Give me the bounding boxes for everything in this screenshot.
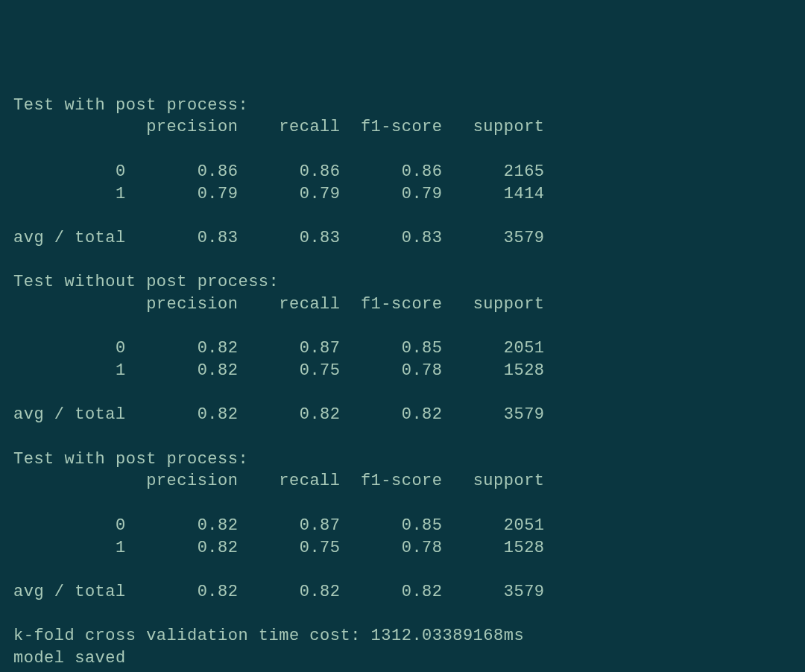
report-0-header-precision: precision (146, 118, 238, 136)
report-0-summary-support: 3579 (504, 229, 545, 247)
report-0-row-1-label: 1 (116, 185, 126, 203)
report-2-row-0-f1score: 0.85 (402, 516, 443, 535)
report-1-row-0-recall: 0.87 (300, 339, 341, 358)
report-2-summary-support: 3579 (504, 583, 545, 601)
report-1-row-1-precision: 0.82 (198, 361, 239, 380)
report-1-header-f1score: f1-score (361, 295, 443, 314)
report-1-summary-support: 3579 (504, 405, 545, 424)
report-1-summary-recall: 0.82 (300, 405, 341, 424)
report-2-row-1-f1score: 0.78 (402, 539, 443, 557)
report-2-title: Test with post process: (13, 450, 248, 469)
report-1-row-0-label: 0 (116, 339, 126, 358)
report-2-row-1-precision: 0.82 (198, 539, 239, 557)
report-2-row-1-support: 1528 (504, 539, 545, 557)
footer-saved: model saved (13, 649, 126, 668)
report-0-title: Test with post process: (13, 96, 248, 115)
report-2-row-1-label: 1 (116, 539, 126, 557)
report-0-header-f1score: f1-score (361, 118, 443, 136)
report-0-header-support: support (473, 118, 545, 136)
report-2-header-recall: recall (279, 472, 340, 490)
report-0-row-0-support: 2165 (504, 162, 545, 181)
terminal-output: Test with post process: precision recall… (13, 95, 792, 670)
report-2-header-f1score: f1-score (361, 472, 443, 490)
report-2-row-0-precision: 0.82 (198, 516, 239, 535)
report-1-row-1-label: 1 (116, 361, 126, 380)
report-1-header-precision: precision (146, 295, 238, 314)
report-0-row-1-precision: 0.79 (198, 185, 239, 203)
report-2-row-0-support: 2051 (504, 516, 545, 535)
report-0-row-0-recall: 0.86 (300, 162, 341, 181)
report-0-header-recall: recall (279, 118, 340, 136)
report-0-summary-f1score: 0.83 (402, 229, 443, 247)
report-1-row-1-f1score: 0.78 (402, 361, 443, 380)
report-0-row-0-label: 0 (116, 162, 126, 181)
report-1-row-0-precision: 0.82 (198, 339, 239, 358)
report-1-summary-label: avg / total (13, 405, 126, 424)
report-2-summary-precision: 0.82 (198, 583, 239, 601)
report-1-row-0-support: 2051 (504, 339, 545, 358)
report-1-row-1-support: 1528 (504, 361, 545, 380)
report-2-row-0-recall: 0.87 (300, 516, 341, 535)
report-2-summary-f1score: 0.82 (402, 583, 443, 601)
report-0-row-1-recall: 0.79 (300, 185, 341, 203)
report-1-header-recall: recall (279, 295, 340, 314)
footer-timing: k-fold cross validation time cost: 1312.… (13, 627, 524, 645)
report-1-title: Test without post process: (13, 273, 279, 291)
report-2-summary-label: avg / total (13, 583, 126, 601)
report-1-row-0-f1score: 0.85 (402, 339, 443, 358)
report-2-row-1-recall: 0.75 (300, 539, 341, 557)
report-1-row-1-recall: 0.75 (300, 361, 341, 380)
report-0-row-0-f1score: 0.86 (402, 162, 443, 181)
report-0-summary-precision: 0.83 (198, 229, 239, 247)
report-1-header-support: support (473, 295, 545, 314)
report-2-header-support: support (473, 472, 545, 490)
report-0-summary-recall: 0.83 (300, 229, 341, 247)
report-0-row-1-support: 1414 (504, 185, 545, 203)
report-1-summary-f1score: 0.82 (402, 405, 443, 424)
report-2-header-precision: precision (146, 472, 238, 490)
report-1-summary-precision: 0.82 (198, 405, 239, 424)
report-0-row-1-f1score: 0.79 (402, 185, 443, 203)
report-0-row-0-precision: 0.86 (198, 162, 239, 181)
report-2-row-0-label: 0 (116, 516, 126, 535)
report-2-summary-recall: 0.82 (300, 583, 341, 601)
report-0-summary-label: avg / total (13, 229, 126, 247)
